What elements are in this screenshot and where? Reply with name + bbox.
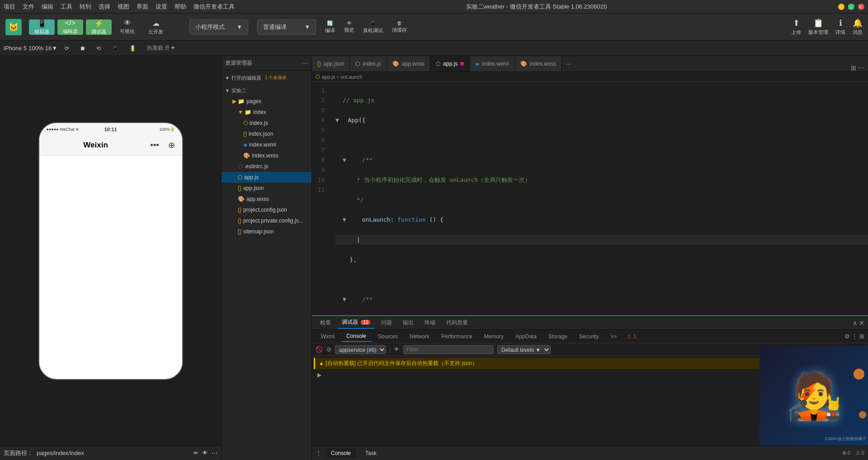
debugger-btn[interactable]: ⚡ 调试器 [86,19,112,35]
rotate-btn[interactable]: ⟲ [93,44,104,53]
devtools-tab-wxml[interactable]: Wxml [316,332,340,341]
bottom-tab-problems[interactable]: 问题 [377,317,396,328]
menu-item-goto[interactable]: 转到 [80,3,91,11]
console-filter-input[interactable] [403,345,494,354]
cloud-btn[interactable]: ☁ 云开发 [143,19,169,35]
simulator-btn[interactable]: 📱 模拟器 [29,19,55,35]
page-eye-icon[interactable]: 👁 [202,450,208,456]
panel-close-btn[interactable]: ✕ [859,319,864,327]
log-level-select[interactable]: Default levels ▼ [497,345,551,354]
console-content[interactable]: ▲ [自动热重载] 已开启代码文件保存后自动热重载（不支持 json） ▶ [312,356,868,446]
list-item[interactable]: ▼ 📁 index [222,107,311,118]
task-tab-console[interactable]: Console [326,448,356,458]
menu-item-edit[interactable]: 编辑 [42,3,53,11]
devtools-tab-storage[interactable]: Storage [543,332,573,341]
list-item[interactable]: ⬡ .eslintrc.js [222,161,311,172]
phone-nav-action[interactable]: ⊕ [168,140,175,150]
list-item[interactable]: ▶ 📁 pages [222,96,311,107]
list-item[interactable]: ⬡ app.js [222,172,311,183]
menu-item-interface[interactable]: 界面 [137,3,148,11]
bottom-tab-terminal[interactable]: 终端 [420,317,440,328]
real-debug-btn[interactable]: 📱 真机调试 [363,20,383,34]
eye-toggle-btn[interactable]: 👁 [394,346,400,353]
project-header[interactable]: ▼ 实验二 [222,85,311,96]
bottom-tab-quality[interactable]: 代码质量 [442,317,472,328]
minimize-btn[interactable]: ─ [838,4,844,10]
stop-btn[interactable]: ⏹ [76,44,89,53]
devtools-tab-network[interactable]: Network [404,332,435,341]
list-item[interactable]: 🎨 app.wxss [222,194,311,204]
devtools-tab-performance[interactable]: Performance [436,332,478,341]
menu-item-help[interactable]: 帮助 [175,3,186,11]
devtools-tab-console[interactable]: Console [341,331,372,342]
list-item[interactable]: {} index.json [222,128,311,139]
close-btn[interactable]: ✕ [858,4,864,10]
tab-index-js[interactable]: ⬡ index.js [350,56,387,71]
editor-btn[interactable]: </> 编辑器 [57,19,83,35]
detail-btn[interactable]: ℹ 详情 [835,18,845,36]
code-editor[interactable]: 1 2 3 4 5 6 7 8 9 10 11 // app.js ▼ App(… [312,82,868,315]
upload-btn[interactable]: ⬆ 上传 [791,18,801,36]
unsaved-badge: 1 个未保存 [265,75,287,81]
list-item[interactable]: {} app.json [222,183,311,194]
devtools-tab-appdata[interactable]: AppData [510,332,542,341]
tab-index-wxss[interactable]: 🎨 index.wxss [515,56,562,71]
editor-more-btn[interactable]: ⋯ [858,64,864,71]
maximize-btn[interactable]: □ [848,4,854,10]
page-more-icon[interactable]: ⋯ [212,450,217,456]
translate-btn[interactable]: 🔄 编译 [325,20,335,34]
task-tab-task[interactable]: Task [360,448,382,458]
save-btn[interactable]: 🗑 清缓存 [392,20,407,33]
menu-item-settings[interactable]: 设置 [156,3,167,11]
devtools-settings-btn[interactable]: ⚙ [844,333,850,340]
devtools-tab-sources[interactable]: Sources [373,332,403,341]
preview-btn[interactable]: 👁 预览 [344,20,354,33]
bottom-tab-debugger[interactable]: 调试器 11 [337,317,375,329]
window-title: 实验二weather - 微信开发者工具 Stable 1.06.2306020 [242,3,831,11]
menu-item-tools[interactable]: 工具 [61,3,72,11]
tab-index-wxml[interactable]: ◈ index.wxml [470,56,514,71]
list-item[interactable]: {} project.config.json [222,204,311,215]
bottom-tab-output[interactable]: 输出 [398,317,418,328]
compile-dropdown[interactable]: 普通编译 ▼ [257,19,316,35]
console-pause-btn[interactable]: ⊘ [326,346,331,353]
phone-nav-more[interactable]: ••• [151,141,159,150]
tab-app-js[interactable]: ⬡ app.js [430,56,470,71]
bottom-tab-inspect[interactable]: 检查 [316,317,335,328]
list-item[interactable]: 🎨 index.wxss [222,150,311,161]
console-settings-btn[interactable]: ⚙ [859,346,864,353]
task-menu-btn[interactable]: ⋮ [316,450,322,457]
phone-btn[interactable]: 📱 [108,44,122,53]
mode-dropdown[interactable]: 小程序模式 ▼ [189,19,248,35]
message-btn[interactable]: 🔔 消息 [853,18,863,36]
menu-item-view[interactable]: 视图 [118,3,129,11]
menu-item-file[interactable]: 文件 [23,3,34,11]
tab-app-json[interactable]: {} app.json [312,56,350,71]
console-clear-btn[interactable]: 🚫 [316,346,323,353]
battery-btn[interactable]: 🔋 [126,44,140,53]
panel-collapse-btn[interactable]: ∧ [853,319,857,327]
list-item[interactable]: {} sitemap.json [222,226,311,237]
version-btn[interactable]: 📋 版本管理 [808,18,828,36]
reload-btn[interactable]: ⟳ [61,44,73,53]
list-item[interactable]: ◈ index.wxml [222,139,311,150]
menu-item-select[interactable]: 选择 [99,3,110,11]
panel-more-btn[interactable]: ⋯ [302,60,308,67]
page-edit-icon[interactable]: ✏ [193,450,198,456]
console-expand-row[interactable]: ▶ [314,370,866,380]
tab-more-btn[interactable]: ⋯ [562,61,575,67]
devtools-tab-security[interactable]: Security [574,332,604,341]
devtools-tab-memory[interactable]: Memory [479,332,509,341]
devtools-popout-btn[interactable]: ⊞ [859,333,864,340]
devtools-more-btn[interactable]: ⋮ [852,333,858,340]
list-item[interactable]: ⬡ index.js [222,118,311,128]
context-selector[interactable]: appservice (#6) [335,345,386,354]
open-editors-header[interactable]: ▼ 打开的编辑器 1 个未保存 [222,72,311,83]
list-item[interactable]: {} project.private.config.js... [222,215,311,226]
tab-app-wxss[interactable]: 🎨 app.wxss [387,56,430,71]
split-editor-btn[interactable]: ⊞ [851,64,856,71]
menu-item-project[interactable]: 项目 [4,3,15,11]
visualize-btn[interactable]: 👁 可视化 [114,19,140,35]
devtools-tab-more[interactable]: >> [605,332,622,341]
menu-item-devtools[interactable]: 微信开发者工具 [193,3,235,11]
